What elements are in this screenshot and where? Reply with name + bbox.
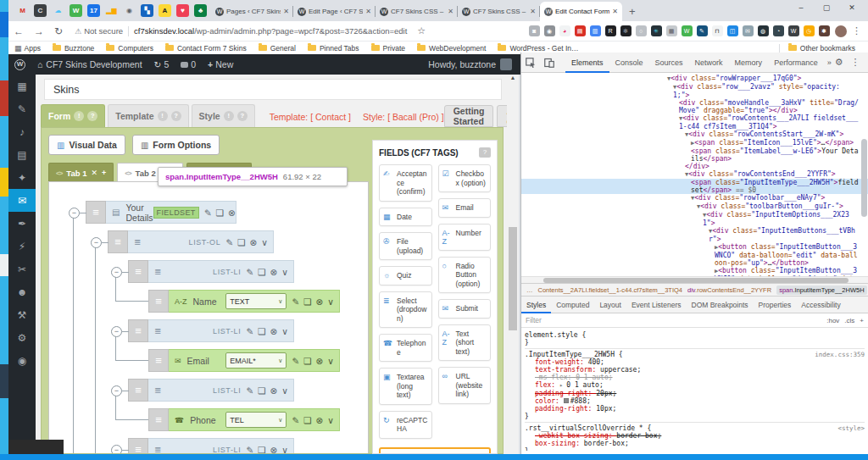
drag-handle[interactable]: ≡ [148,349,169,372]
bookmark-folder[interactable]: General [259,44,296,53]
collapse-toggle-icon[interactable]: − [111,445,122,453]
drag-handle[interactable]: ≡ [128,260,148,283]
reload-button[interactable]: ↻ [54,25,63,37]
code-line[interactable]: ▼<div class="rowContentsEnd___2YYFR"> [521,170,868,179]
collapse-toggle-icon[interactable]: − [111,385,122,396]
tree-row[interactable]: − ≡ ≣ LIST-LI ∨ ✎ [128,379,294,402]
site-name-menu[interactable]: ⌂ CF7 Skins Development [37,59,142,69]
filter-toggle[interactable]: :hov [826,317,839,324]
expand-chevron-icon[interactable]: ∨ [281,326,288,336]
sidebar-menu-item[interactable]: ✂ [8,258,36,280]
extension-icon[interactable]: ◔ [773,25,784,36]
field-type-select[interactable]: EMAIL* ∨ [225,352,287,369]
sidebar-menu-item[interactable]: ⚡ [8,235,36,258]
omnibox[interactable]: ⚠ Not secure cf7skinsdev.local /wp-admin… [75,26,407,36]
field-tag-button[interactable]: ✍ Acceptance (confirm) [379,164,432,202]
delete-icon[interactable]: ⊗ [270,385,278,396]
delete-icon[interactable]: ⊗ [316,415,324,425]
elements-tree[interactable]: ▼<div class="rowWrapper___17qG0">▼<div c… [521,73,868,276]
expand-chevron-icon[interactable]: ∨ [327,297,334,307]
expand-chevron-icon[interactable]: ∨ [261,237,268,247]
field-tag-button[interactable]: ✉ Email [438,198,492,218]
expand-chevron-icon[interactable]: ∨ [327,356,334,366]
bookmark-folder[interactable]: Private [371,44,405,53]
breadcrumb-item[interactable]: … [526,286,533,294]
editor-link-button[interactable]: Add-ons [497,105,507,127]
delete-icon[interactable]: ⊗ [316,356,324,366]
maximize-button[interactable]: ▢ [814,0,839,17]
field-tag-button[interactable]: ○ Radio Button (option) [438,257,492,294]
css-property[interactable]: text-transform: uppercase; [525,366,865,374]
editor-link-button[interactable]: Getting Started [444,105,494,127]
code-line[interactable]: ▼<div class="row___2vavz" style="opacity… [521,83,868,99]
duplicate-icon[interactable]: ❏ [303,415,311,425]
editor-tab[interactable]: Style ! ? [192,104,255,127]
edit-icon[interactable]: ✎ [246,326,253,336]
expand-chevron-icon[interactable]: ∨ [281,385,288,396]
styles-tab[interactable]: Styles [521,297,551,313]
drag-handle[interactable]: ≡ [128,379,148,402]
collapse-toggle-icon[interactable]: − [69,208,80,219]
expand-chevron-icon[interactable]: ∨ [281,445,288,454]
sidebar-menu-item[interactable]: ☻ [8,280,36,303]
edit-icon[interactable]: ✎ [292,356,299,366]
edit-icon[interactable]: ✎ [246,267,253,277]
pinned-tab-icon[interactable]: ◉ [123,4,136,17]
bookmark-folder[interactable]: WordPress - Get In… [498,44,578,53]
scrollbar-thumb[interactable] [543,278,849,283]
account-menu[interactable]: Howdy, buzztone [428,58,520,70]
css-property[interactable]: box-sizing: border-box; [525,440,865,447]
scroll-up-icon[interactable]: ▲ [507,75,519,83]
extension-icon[interactable]: W [788,25,799,36]
breadcrumb-item[interactable]: span.InputItemType__2HW5H [776,285,866,295]
styles-tab[interactable]: Accessibility [796,297,845,313]
extension-icon[interactable]: ◙ [529,25,540,36]
help-badge[interactable]: ? [87,111,97,121]
browser-tab[interactable]: W Pages ‹ CF7 Skins Team — Wo ✕ [211,2,293,21]
drag-handle[interactable]: ≡ [86,201,106,224]
pinned-tab-icon[interactable]: ♥ [176,4,189,17]
form-subtab[interactable]: <> Tab 1 ✕ + [48,163,114,182]
field-tag-button[interactable]: ▦ Date [379,208,432,227]
field-type-select[interactable]: TEXT ∨ [225,293,287,309]
code-line[interactable]: <div class="moveHandle___3aHxV" title="D… [521,99,868,114]
bookmark-folder[interactable]: Pinned Tabs [308,44,359,53]
field-tag-button[interactable]: ☼ Quiz [379,266,432,285]
drag-handle[interactable]: ≡ [128,438,148,453]
bookmark-folder[interactable]: WebDevelopment [417,44,486,53]
pinned-tab-icon[interactable]: ▂▆ [105,4,118,17]
extension-icon[interactable]: ○ [636,25,647,36]
code-line[interactable]: ▼<div class="InputItemOptions___2X231"> [521,211,868,227]
drag-handle[interactable]: ≡ [148,408,169,431]
css-property[interactable]: padding-right: 10px; [525,405,865,413]
field-tag-button[interactable]: ▣ Textarea (long text) [379,368,432,405]
delete-icon[interactable]: ⊗ [228,208,236,218]
scrollbar-thumb[interactable] [509,227,517,330]
devtools-hscrollbar[interactable] [521,276,868,283]
extension-icon[interactable]: ▥ [590,25,601,36]
help-badge[interactable]: ? [171,111,181,121]
styles-tab[interactable]: Layout [594,297,626,313]
sidebar-menu-item[interactable]: ◉ [8,349,36,372]
page-scrollbar[interactable]: ▲ [507,75,519,454]
sidebar-menu-item[interactable]: ⚒ [8,303,36,326]
browser-tab[interactable]: W Edit Page ‹ CF7 Skins Team — ✕ [293,2,376,21]
tree-row[interactable]: − ≡ ≣ LIST-OL ∨ ✎ [108,230,274,253]
code-line[interactable]: <span class="ItemLabel___w-LE6">Your Det… [521,147,868,163]
duplicate-icon[interactable]: ❏ [258,326,265,336]
browser-tab[interactable]: W CF7 Skins CSS – Folders & File ✕ [376,2,458,21]
styles-tab[interactable]: Computed [551,297,594,313]
code-line[interactable]: <span class="InputItemType___2HW5H">fiel… [521,179,868,194]
extension-icon[interactable]: ◍ [758,25,769,36]
devtools-tab[interactable]: Sources [649,53,689,73]
code-line[interactable]: ▼<div class="InputItemButtons___tVBhr"> [521,227,868,243]
css-property[interactable]: -ms-flex: 0 1 auto; [525,374,865,381]
extension-icon[interactable]: W [682,25,693,36]
delete-icon[interactable]: ⊗ [250,237,258,247]
extension-icon[interactable]: ✻ [620,25,632,36]
filter-toggle[interactable]: + [860,317,864,324]
new-content-menu[interactable]: + New [208,59,233,69]
subtab-close-icon[interactable]: ✕ [91,169,97,177]
close-button[interactable]: ✕ [839,0,865,17]
duplicate-icon[interactable]: ❏ [258,267,265,277]
